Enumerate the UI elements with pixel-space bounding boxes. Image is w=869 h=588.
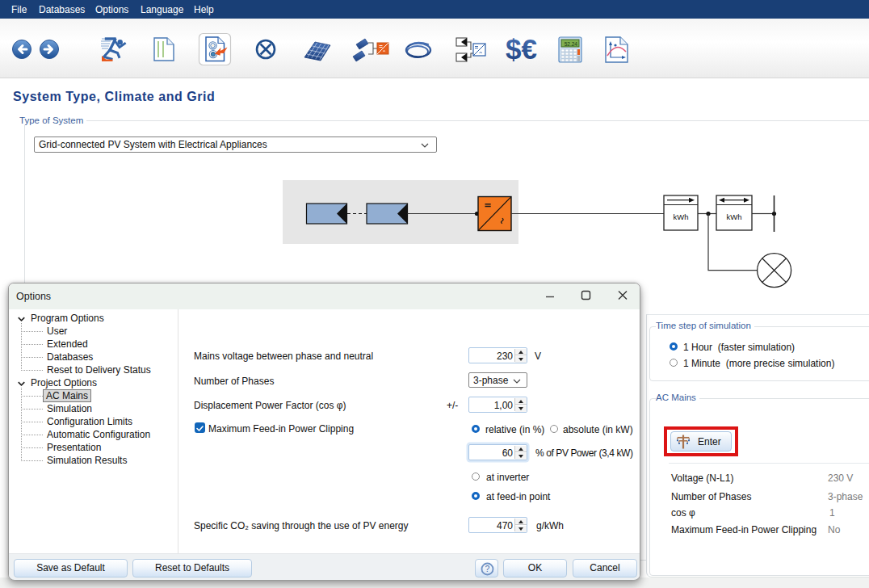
svg-text:?: ? bbox=[485, 564, 490, 573]
svg-text:kWh: kWh bbox=[727, 212, 742, 221]
svg-text:52.24: 52.24 bbox=[565, 41, 578, 47]
svg-text:kWh: kWh bbox=[674, 212, 689, 221]
svg-text:$€: $€ bbox=[506, 33, 537, 65]
